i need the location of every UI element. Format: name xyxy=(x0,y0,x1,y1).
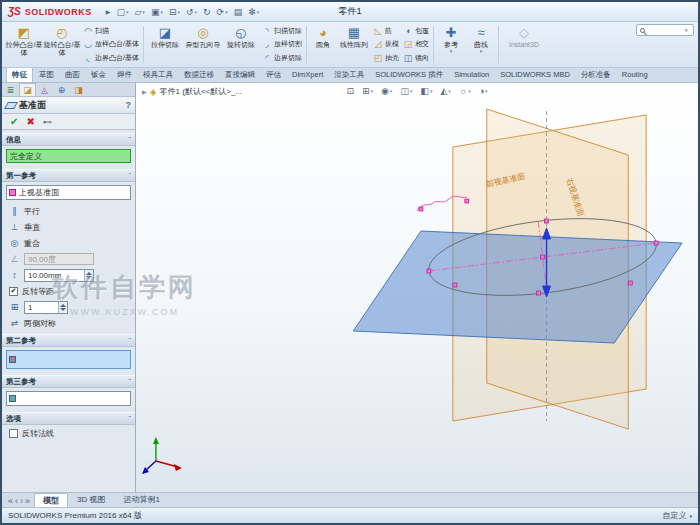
swept-boss-button[interactable]: ◠扫描 xyxy=(81,24,141,37)
zoom-fit-button[interactable]: ⊡ xyxy=(346,86,354,96)
revolved-boss-button[interactable]: ◴旋转凸台/基体 xyxy=(43,23,81,66)
tab-3d-views[interactable]: 3D 视图 xyxy=(68,492,114,507)
options-section-header[interactable]: 选项ˆ xyxy=(2,412,135,425)
sketch-point[interactable] xyxy=(537,291,541,295)
new-button[interactable]: ▢▾ xyxy=(116,7,128,17)
offset-distance-input[interactable]: 10.00mm xyxy=(24,269,94,282)
zoom-area-button[interactable]: ⊞▾ xyxy=(362,86,373,96)
sketch-point[interactable] xyxy=(453,283,457,287)
rebuild-button[interactable]: ⟳▾ xyxy=(217,7,228,17)
copies-stepper[interactable] xyxy=(58,302,67,313)
sketch-point[interactable] xyxy=(654,241,658,245)
sketch-point[interactable] xyxy=(419,207,423,211)
cancel-button[interactable]: ✖ xyxy=(26,116,34,127)
prev-tab-button[interactable]: ‹ xyxy=(15,496,18,506)
first-tab-button[interactable]: « xyxy=(8,496,13,506)
boundary-cut-button[interactable]: ◜边界切除 xyxy=(260,52,304,65)
save-button[interactable]: ▣▾ xyxy=(151,7,163,17)
ok-button[interactable]: ✔ xyxy=(10,116,18,127)
keep-visible-pin-button[interactable]: ⊷ xyxy=(43,117,52,127)
linear-pattern-button[interactable]: ▦线性阵列 xyxy=(337,23,371,66)
tab-motion-study[interactable]: 运动算例1 xyxy=(114,492,168,507)
third-reference-section-header[interactable]: 第三参考ˆ xyxy=(2,375,135,388)
graphics-viewport[interactable]: 前视基准面 右视基准面 ▶ ◈ 零件1 (默认<<默认>_... ⊡ xyxy=(136,83,698,492)
menu-expand-button[interactable]: ▶ xyxy=(106,8,111,15)
fillet-button[interactable]: ◕圆角 xyxy=(309,23,337,66)
next-tab-button[interactable]: › xyxy=(20,496,23,506)
draft-button[interactable]: ◿拔模 xyxy=(371,38,401,51)
copies-input[interactable]: 1 xyxy=(24,301,68,314)
tab-render-tools[interactable]: 渲染工具 xyxy=(329,68,369,82)
sketch-point[interactable] xyxy=(541,255,545,259)
tab-addins[interactable]: SOLIDWORKS 插件 xyxy=(370,68,448,82)
flip-normal-checkbox[interactable] xyxy=(9,429,18,438)
sketch-point[interactable] xyxy=(427,269,431,273)
sketch-point[interactable] xyxy=(545,219,549,223)
instant3d-button[interactable]: ◇Instant3D xyxy=(501,23,547,66)
tab-routing[interactable]: Routing xyxy=(617,68,653,82)
section-view-button[interactable]: ◉▾ xyxy=(381,86,392,96)
view-orientation-button[interactable]: ◫▾ xyxy=(400,86,412,96)
spin-down-icon[interactable] xyxy=(86,276,92,279)
view-settings-button[interactable]: ◑▾ xyxy=(479,86,488,96)
open-button[interactable]: ▱▾ xyxy=(134,7,144,17)
sketch-point[interactable] xyxy=(465,199,469,203)
customize-button[interactable]: 自定义 ▾ xyxy=(662,510,692,521)
file-properties-button[interactable]: ▤ xyxy=(234,7,243,17)
search-input[interactable] xyxy=(648,27,682,34)
hide-show-items-button[interactable]: ◭▾ xyxy=(440,86,450,96)
hole-wizard-button[interactable]: ◎异型孔向导 xyxy=(184,23,222,66)
mirror-button[interactable]: ◫镜向 xyxy=(401,52,431,65)
redo-button[interactable]: ↻ xyxy=(203,7,211,17)
wrap-button[interactable]: ◖包覆 xyxy=(401,24,431,37)
solidworks-search[interactable]: ▾ xyxy=(636,24,694,36)
first-reference-section-header[interactable]: 第一参考ˆ xyxy=(2,169,135,182)
second-reference-selection-box[interactable] xyxy=(6,350,131,369)
revolved-cut-button[interactable]: ◵旋转切除 xyxy=(222,23,260,66)
last-tab-button[interactable]: » xyxy=(25,496,30,506)
tab-model[interactable]: 模型 xyxy=(34,493,68,507)
message-section-header[interactable]: 信息ˆ xyxy=(2,133,135,146)
spin-up-icon[interactable] xyxy=(60,304,66,307)
tab-weldments[interactable]: 焊件 xyxy=(112,68,137,82)
first-reference-selection-box[interactable]: 上视基准面 xyxy=(6,185,131,200)
shell-button[interactable]: ◰抽壳 xyxy=(371,52,401,65)
second-reference-section-header[interactable]: 第二参考ˆ xyxy=(2,334,135,347)
tab-sketch[interactable]: 草图 xyxy=(34,68,59,82)
spin-down-icon[interactable] xyxy=(60,308,66,311)
lofted-boss-button[interactable]: ◡放样凸台/基体 xyxy=(81,38,141,51)
parallel-option[interactable]: ∥平行 xyxy=(2,203,135,219)
midplane-option[interactable]: ⇌两侧对称 xyxy=(2,315,135,331)
tab-surfaces[interactable]: 曲面 xyxy=(60,68,85,82)
spin-up-icon[interactable] xyxy=(86,272,92,275)
rib-button[interactable]: ◺筋 xyxy=(371,24,401,37)
flip-offset-checkbox[interactable]: ✔ xyxy=(9,287,18,296)
help-icon[interactable]: ? xyxy=(126,100,132,110)
dimxpert-manager-tab[interactable]: ⊕ xyxy=(53,83,70,96)
feature-manager-tab[interactable]: ≣ xyxy=(2,83,19,96)
intersect-button[interactable]: ◲相交 xyxy=(401,38,431,51)
tab-dimxpert[interactable]: DimXpert xyxy=(287,68,328,82)
lofted-cut-button[interactable]: ◞放样切割 xyxy=(260,38,304,51)
tab-mbd[interactable]: SOLIDWORKS MBD xyxy=(495,68,575,82)
tab-data-migration[interactable]: 数据迁移 xyxy=(179,68,219,82)
perpendicular-option[interactable]: ⊥垂直 xyxy=(2,219,135,235)
undo-button[interactable]: ↺▾ xyxy=(186,7,197,17)
third-reference-selection-box[interactable] xyxy=(6,391,131,406)
sketch-point[interactable] xyxy=(628,281,632,285)
tab-analysis-prep[interactable]: 分析准备 xyxy=(576,68,616,82)
tab-sheet-metal[interactable]: 钣金 xyxy=(86,68,111,82)
extruded-boss-button[interactable]: ◩拉伸凸台/基体 xyxy=(5,23,43,66)
feature-tree-flyout[interactable]: ▶ ◈ 零件1 (默认<<默认>_... xyxy=(142,86,242,97)
distance-stepper[interactable] xyxy=(84,270,93,281)
coincident-option[interactable]: ◎重合 xyxy=(2,235,135,251)
options-button[interactable]: ✻▾ xyxy=(248,7,259,17)
flip-normal-row[interactable]: 反转法线 xyxy=(2,425,135,441)
tab-direct-editing[interactable]: 直接编辑 xyxy=(220,68,260,82)
edit-appearance-button[interactable]: ☼▾ xyxy=(459,86,471,96)
reference-geometry-button[interactable]: ✚参考▾ xyxy=(436,23,466,66)
tab-evaluate[interactable]: 评估 xyxy=(261,68,286,82)
swept-cut-button[interactable]: ◝扫描切除 xyxy=(260,24,304,37)
print-button[interactable]: ⊟▾ xyxy=(169,7,180,17)
tab-simulation[interactable]: Simulation xyxy=(449,68,494,82)
